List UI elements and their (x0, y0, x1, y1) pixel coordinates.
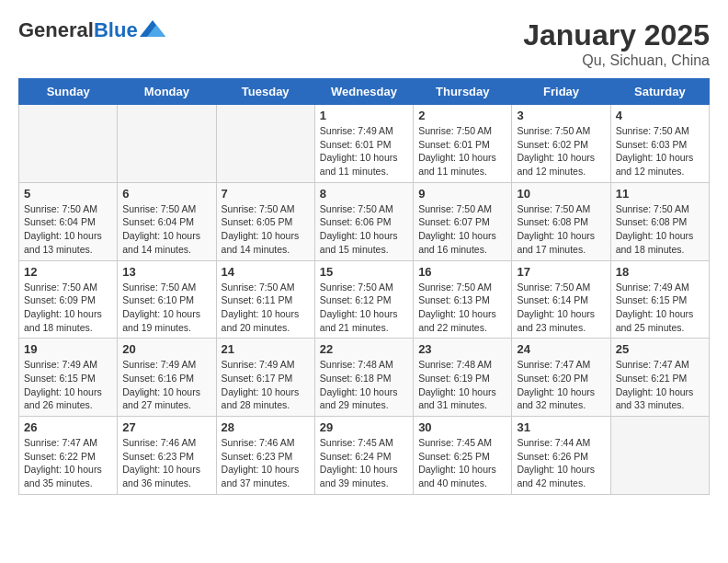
day-info: Sunrise: 7:50 AMSunset: 6:07 PMDaylight:… (418, 202, 506, 257)
calendar-cell: 30Sunrise: 7:45 AMSunset: 6:25 PMDayligh… (414, 417, 512, 495)
day-info: Sunrise: 7:48 AMSunset: 6:18 PMDaylight:… (320, 358, 408, 412)
day-number: 27 (122, 420, 210, 434)
calendar-cell: 24Sunrise: 7:47 AMSunset: 6:20 PMDayligh… (512, 339, 610, 417)
day-number: 6 (122, 187, 210, 201)
day-info: Sunrise: 7:47 AMSunset: 6:22 PMDaylight:… (24, 436, 112, 490)
calendar-cell: 6Sunrise: 7:50 AMSunset: 6:04 PMDaylight… (118, 182, 216, 260)
day-number: 15 (320, 265, 408, 279)
calendar-cell: 2Sunrise: 7:50 AMSunset: 6:01 PMDaylight… (414, 105, 512, 183)
calendar-cell (118, 105, 216, 183)
weekday-header-tuesday: Tuesday (216, 79, 314, 105)
day-number: 21 (222, 342, 310, 356)
day-number: 20 (122, 342, 210, 356)
day-info: Sunrise: 7:49 AMSunset: 6:15 PMDaylight:… (24, 358, 112, 412)
day-number: 1 (320, 109, 408, 122)
calendar-cell: 27Sunrise: 7:46 AMSunset: 6:23 PMDayligh… (118, 417, 216, 495)
day-number: 16 (418, 265, 506, 279)
day-info: Sunrise: 7:50 AMSunset: 6:06 PMDaylight:… (320, 202, 408, 257)
day-info: Sunrise: 7:49 AMSunset: 6:16 PMDaylight:… (122, 358, 210, 412)
day-number: 8 (320, 187, 408, 201)
day-number: 13 (122, 265, 210, 279)
day-info: Sunrise: 7:50 AMSunset: 6:03 PMDaylight:… (616, 124, 704, 178)
calendar-cell: 3Sunrise: 7:50 AMSunset: 6:02 PMDaylight… (512, 105, 610, 183)
day-number: 10 (517, 187, 605, 201)
weekday-header-thursday: Thursday (414, 79, 512, 105)
weekday-header-row: SundayMondayTuesdayWednesdayThursdayFrid… (19, 79, 710, 105)
calendar-table: SundayMondayTuesdayWednesdayThursdayFrid… (18, 78, 710, 495)
day-info: Sunrise: 7:46 AMSunset: 6:23 PMDaylight:… (222, 436, 310, 490)
calendar-cell: 10Sunrise: 7:50 AMSunset: 6:08 PMDayligh… (512, 182, 610, 260)
title-block: January 2025 Qu, Sichuan, China (523, 18, 710, 69)
day-number: 25 (616, 342, 704, 356)
day-number: 29 (320, 420, 408, 434)
day-info: Sunrise: 7:50 AMSunset: 6:04 PMDaylight:… (122, 202, 210, 257)
day-info: Sunrise: 7:45 AMSunset: 6:24 PMDaylight:… (320, 436, 408, 490)
day-info: Sunrise: 7:50 AMSunset: 6:10 PMDaylight:… (122, 281, 210, 335)
calendar-cell: 12Sunrise: 7:50 AMSunset: 6:09 PMDayligh… (19, 260, 118, 339)
day-info: Sunrise: 7:50 AMSunset: 6:02 PMDaylight:… (517, 124, 605, 178)
day-info: Sunrise: 7:50 AMSunset: 6:01 PMDaylight:… (418, 124, 506, 178)
day-number: 24 (517, 342, 605, 356)
main-title: January 2025 (523, 18, 710, 52)
day-info: Sunrise: 7:49 AMSunset: 6:17 PMDaylight:… (222, 358, 310, 412)
day-info: Sunrise: 7:50 AMSunset: 6:13 PMDaylight:… (418, 281, 506, 335)
day-number: 3 (517, 109, 605, 122)
weekday-header-saturday: Saturday (610, 79, 709, 105)
calendar-cell: 23Sunrise: 7:48 AMSunset: 6:19 PMDayligh… (414, 339, 512, 417)
logo-blue: Blue (94, 18, 138, 42)
day-number: 17 (517, 265, 605, 279)
day-info: Sunrise: 7:50 AMSunset: 6:12 PMDaylight:… (320, 281, 408, 335)
calendar-cell: 14Sunrise: 7:50 AMSunset: 6:11 PMDayligh… (216, 260, 314, 339)
calendar-cell: 9Sunrise: 7:50 AMSunset: 6:07 PMDaylight… (414, 182, 512, 260)
day-number: 14 (222, 265, 310, 279)
day-number: 9 (418, 187, 506, 201)
day-info: Sunrise: 7:47 AMSunset: 6:20 PMDaylight:… (517, 358, 605, 412)
day-number: 12 (24, 265, 112, 279)
calendar-cell (19, 105, 118, 183)
calendar-cell: 16Sunrise: 7:50 AMSunset: 6:13 PMDayligh… (414, 260, 512, 339)
calendar-week-row: 1Sunrise: 7:49 AMSunset: 6:01 PMDaylight… (19, 105, 710, 183)
day-info: Sunrise: 7:50 AMSunset: 6:09 PMDaylight:… (24, 281, 112, 335)
day-info: Sunrise: 7:50 AMSunset: 6:11 PMDaylight:… (222, 281, 310, 335)
day-number: 4 (616, 109, 704, 122)
calendar-cell: 13Sunrise: 7:50 AMSunset: 6:10 PMDayligh… (118, 260, 216, 339)
weekday-header-friday: Friday (512, 79, 610, 105)
calendar-cell: 11Sunrise: 7:50 AMSunset: 6:08 PMDayligh… (610, 182, 709, 260)
calendar-cell: 29Sunrise: 7:45 AMSunset: 6:24 PMDayligh… (314, 417, 413, 495)
calendar-cell: 19Sunrise: 7:49 AMSunset: 6:15 PMDayligh… (19, 339, 118, 417)
calendar-cell: 7Sunrise: 7:50 AMSunset: 6:05 PMDaylight… (216, 182, 314, 260)
weekday-header-monday: Monday (118, 79, 216, 105)
day-number: 18 (616, 265, 704, 279)
day-info: Sunrise: 7:46 AMSunset: 6:23 PMDaylight:… (122, 436, 210, 490)
calendar-cell: 20Sunrise: 7:49 AMSunset: 6:16 PMDayligh… (118, 339, 216, 417)
day-info: Sunrise: 7:47 AMSunset: 6:21 PMDaylight:… (616, 358, 704, 412)
calendar-cell: 4Sunrise: 7:50 AMSunset: 6:03 PMDaylight… (610, 105, 709, 183)
calendar-cell: 31Sunrise: 7:44 AMSunset: 6:26 PMDayligh… (512, 417, 610, 495)
calendar-week-row: 19Sunrise: 7:49 AMSunset: 6:15 PMDayligh… (19, 339, 710, 417)
day-number: 7 (222, 187, 310, 201)
calendar-cell: 25Sunrise: 7:47 AMSunset: 6:21 PMDayligh… (610, 339, 709, 417)
logo: General Blue (18, 18, 165, 42)
day-number: 26 (24, 420, 112, 434)
day-number: 2 (418, 109, 506, 122)
calendar-cell: 17Sunrise: 7:50 AMSunset: 6:14 PMDayligh… (512, 260, 610, 339)
day-number: 22 (320, 342, 408, 356)
day-info: Sunrise: 7:50 AMSunset: 6:05 PMDaylight:… (222, 202, 310, 257)
logo-icon (140, 20, 165, 37)
day-number: 31 (517, 420, 605, 434)
calendar-cell: 1Sunrise: 7:49 AMSunset: 6:01 PMDaylight… (314, 105, 413, 183)
weekday-header-sunday: Sunday (19, 79, 118, 105)
day-info: Sunrise: 7:49 AMSunset: 6:15 PMDaylight:… (616, 281, 704, 335)
day-info: Sunrise: 7:50 AMSunset: 6:14 PMDaylight:… (517, 281, 605, 335)
calendar-cell: 15Sunrise: 7:50 AMSunset: 6:12 PMDayligh… (314, 260, 413, 339)
day-info: Sunrise: 7:50 AMSunset: 6:08 PMDaylight:… (517, 202, 605, 257)
day-number: 30 (418, 420, 506, 434)
calendar-cell: 18Sunrise: 7:49 AMSunset: 6:15 PMDayligh… (610, 260, 709, 339)
page-header: General Blue January 2025 Qu, Sichuan, C… (18, 18, 710, 69)
day-info: Sunrise: 7:49 AMSunset: 6:01 PMDaylight:… (320, 124, 408, 178)
calendar-cell: 28Sunrise: 7:46 AMSunset: 6:23 PMDayligh… (216, 417, 314, 495)
weekday-header-wednesday: Wednesday (314, 79, 413, 105)
day-info: Sunrise: 7:50 AMSunset: 6:08 PMDaylight:… (616, 202, 704, 257)
calendar-cell: 22Sunrise: 7:48 AMSunset: 6:18 PMDayligh… (314, 339, 413, 417)
logo-general: General (18, 18, 94, 42)
